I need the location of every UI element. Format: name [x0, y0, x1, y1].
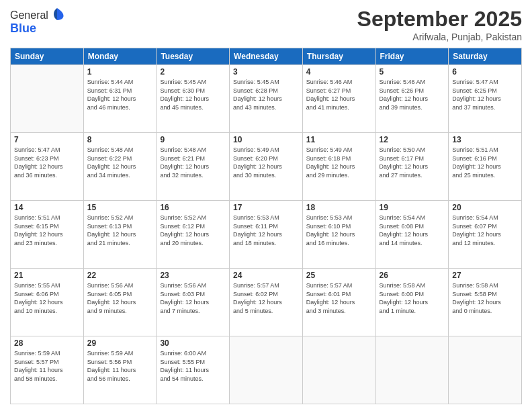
calendar-cell: 19Sunrise: 5:54 AM Sunset: 6:08 PM Dayli…	[375, 201, 449, 269]
header-sunday: Sunday	[11, 48, 84, 65]
calendar-cell: 22Sunrise: 5:56 AM Sunset: 6:05 PM Dayli…	[83, 269, 157, 336]
day-info: Sunrise: 5:55 AM Sunset: 6:06 PM Dayligh…	[14, 281, 80, 315]
day-number: 5	[380, 67, 445, 77]
day-number: 20	[452, 203, 518, 212]
day-info: Sunrise: 5:57 AM Sunset: 6:02 PM Dayligh…	[233, 281, 299, 315]
calendar-cell: 30Sunrise: 6:00 AM Sunset: 5:55 PM Dayli…	[157, 336, 230, 404]
page: General Blue September 2025 Arifwala, Pu…	[0, 0, 532, 411]
day-info: Sunrise: 5:52 AM Sunset: 6:13 PM Dayligh…	[87, 214, 153, 247]
day-number: 30	[160, 338, 226, 348]
calendar-cell	[375, 336, 449, 404]
calendar-cell: 3Sunrise: 5:45 AM Sunset: 6:28 PM Daylig…	[230, 65, 303, 133]
day-info: Sunrise: 5:56 AM Sunset: 6:05 PM Dayligh…	[87, 281, 153, 315]
day-info: Sunrise: 5:54 AM Sunset: 6:08 PM Dayligh…	[380, 214, 445, 247]
day-info: Sunrise: 5:51 AM Sunset: 6:15 PM Dayligh…	[14, 214, 80, 247]
calendar-cell: 5Sunrise: 5:46 AM Sunset: 6:26 PM Daylig…	[375, 65, 449, 133]
month-title: September 2025	[357, 7, 522, 32]
day-info: Sunrise: 5:46 AM Sunset: 6:27 PM Dayligh…	[306, 78, 372, 111]
calendar-cell: 25Sunrise: 5:57 AM Sunset: 6:01 PM Dayli…	[302, 269, 375, 336]
header-thursday: Thursday	[302, 48, 375, 65]
week-row-2: 7Sunrise: 5:47 AM Sunset: 6:23 PM Daylig…	[11, 133, 522, 201]
day-number: 10	[233, 135, 299, 144]
calendar-cell: 26Sunrise: 5:58 AM Sunset: 6:00 PM Dayli…	[375, 269, 449, 336]
day-number: 1	[87, 67, 153, 77]
logo-blue-text: Blue	[10, 21, 64, 36]
week-row-5: 28Sunrise: 5:59 AM Sunset: 5:57 PM Dayli…	[11, 336, 522, 404]
day-info: Sunrise: 5:47 AM Sunset: 6:23 PM Dayligh…	[14, 146, 80, 179]
day-number: 27	[452, 271, 518, 280]
day-number: 22	[87, 271, 153, 280]
day-info: Sunrise: 5:53 AM Sunset: 6:11 PM Dayligh…	[233, 214, 299, 247]
day-number: 23	[160, 271, 226, 280]
calendar-table: Sunday Monday Tuesday Wednesday Thursday…	[10, 48, 522, 404]
day-number: 13	[452, 135, 518, 144]
week-row-1: 1Sunrise: 5:44 AM Sunset: 6:31 PM Daylig…	[11, 65, 522, 133]
day-info: Sunrise: 5:58 AM Sunset: 6:00 PM Dayligh…	[380, 281, 445, 315]
day-number: 14	[14, 203, 80, 212]
logo: General Blue	[10, 7, 64, 36]
day-number: 19	[380, 203, 445, 212]
day-number: 28	[14, 338, 80, 348]
calendar-cell: 24Sunrise: 5:57 AM Sunset: 6:02 PM Dayli…	[230, 269, 303, 336]
day-number: 11	[306, 135, 372, 144]
calendar-cell: 6Sunrise: 5:47 AM Sunset: 6:25 PM Daylig…	[449, 65, 522, 133]
day-info: Sunrise: 5:56 AM Sunset: 6:03 PM Dayligh…	[160, 281, 226, 315]
calendar-cell: 17Sunrise: 5:53 AM Sunset: 6:11 PM Dayli…	[230, 201, 303, 269]
day-number: 15	[87, 203, 153, 212]
day-info: Sunrise: 5:53 AM Sunset: 6:10 PM Dayligh…	[306, 214, 372, 247]
logo-icon	[50, 7, 64, 21]
day-number: 9	[160, 135, 226, 144]
day-info: Sunrise: 5:52 AM Sunset: 6:12 PM Dayligh…	[160, 214, 226, 247]
day-info: Sunrise: 5:57 AM Sunset: 6:01 PM Dayligh…	[306, 281, 372, 315]
calendar-cell: 16Sunrise: 5:52 AM Sunset: 6:12 PM Dayli…	[157, 201, 230, 269]
calendar-cell: 14Sunrise: 5:51 AM Sunset: 6:15 PM Dayli…	[11, 201, 84, 269]
title-block: September 2025 Arifwala, Punjab, Pakista…	[357, 7, 522, 42]
day-info: Sunrise: 5:51 AM Sunset: 6:16 PM Dayligh…	[452, 146, 518, 179]
calendar-cell: 28Sunrise: 5:59 AM Sunset: 5:57 PM Dayli…	[11, 336, 84, 404]
calendar-cell: 9Sunrise: 5:48 AM Sunset: 6:21 PM Daylig…	[157, 133, 230, 201]
day-info: Sunrise: 6:00 AM Sunset: 5:55 PM Dayligh…	[160, 349, 226, 383]
day-number: 2	[160, 67, 226, 77]
week-row-4: 21Sunrise: 5:55 AM Sunset: 6:06 PM Dayli…	[11, 269, 522, 336]
calendar-cell: 4Sunrise: 5:46 AM Sunset: 6:27 PM Daylig…	[302, 65, 375, 133]
calendar-cell: 8Sunrise: 5:48 AM Sunset: 6:22 PM Daylig…	[83, 133, 157, 201]
calendar-cell: 29Sunrise: 5:59 AM Sunset: 5:56 PM Dayli…	[83, 336, 157, 404]
calendar-cell: 12Sunrise: 5:50 AM Sunset: 6:17 PM Dayli…	[375, 133, 449, 201]
header: General Blue September 2025 Arifwala, Pu…	[10, 7, 522, 42]
day-number: 24	[233, 271, 299, 280]
calendar-cell: 13Sunrise: 5:51 AM Sunset: 6:16 PM Dayli…	[449, 133, 522, 201]
header-wednesday: Wednesday	[230, 48, 303, 65]
day-info: Sunrise: 5:44 AM Sunset: 6:31 PM Dayligh…	[87, 78, 153, 111]
day-info: Sunrise: 5:50 AM Sunset: 6:17 PM Dayligh…	[380, 146, 445, 179]
header-monday: Monday	[83, 48, 157, 65]
day-info: Sunrise: 5:45 AM Sunset: 6:30 PM Dayligh…	[160, 78, 226, 111]
day-info: Sunrise: 5:47 AM Sunset: 6:25 PM Dayligh…	[452, 78, 518, 111]
day-info: Sunrise: 5:46 AM Sunset: 6:26 PM Dayligh…	[380, 78, 445, 111]
day-number: 17	[233, 203, 299, 212]
day-info: Sunrise: 5:45 AM Sunset: 6:28 PM Dayligh…	[233, 78, 299, 111]
day-number: 8	[87, 135, 153, 144]
calendar-cell	[230, 336, 303, 404]
header-friday: Friday	[375, 48, 449, 65]
location-title: Arifwala, Punjab, Pakistan	[357, 32, 522, 42]
day-number: 4	[306, 67, 372, 77]
calendar-cell: 18Sunrise: 5:53 AM Sunset: 6:10 PM Dayli…	[302, 201, 375, 269]
calendar-cell	[449, 336, 522, 404]
day-info: Sunrise: 5:48 AM Sunset: 6:21 PM Dayligh…	[160, 146, 226, 179]
day-number: 29	[87, 338, 153, 348]
day-number: 25	[306, 271, 372, 280]
calendar-cell: 1Sunrise: 5:44 AM Sunset: 6:31 PM Daylig…	[83, 65, 157, 133]
day-info: Sunrise: 5:59 AM Sunset: 5:57 PM Dayligh…	[14, 349, 80, 383]
calendar-cell: 2Sunrise: 5:45 AM Sunset: 6:30 PM Daylig…	[157, 65, 230, 133]
day-info: Sunrise: 5:54 AM Sunset: 6:07 PM Dayligh…	[452, 214, 518, 247]
calendar-cell: 11Sunrise: 5:49 AM Sunset: 6:18 PM Dayli…	[302, 133, 375, 201]
day-info: Sunrise: 5:58 AM Sunset: 5:58 PM Dayligh…	[452, 281, 518, 315]
day-number: 18	[306, 203, 372, 212]
calendar-cell: 20Sunrise: 5:54 AM Sunset: 6:07 PM Dayli…	[449, 201, 522, 269]
calendar-cell	[302, 336, 375, 404]
header-saturday: Saturday	[449, 48, 522, 65]
day-number: 7	[14, 135, 80, 144]
week-row-3: 14Sunrise: 5:51 AM Sunset: 6:15 PM Dayli…	[11, 201, 522, 269]
day-info: Sunrise: 5:49 AM Sunset: 6:18 PM Dayligh…	[306, 146, 372, 179]
calendar-cell	[11, 65, 84, 133]
